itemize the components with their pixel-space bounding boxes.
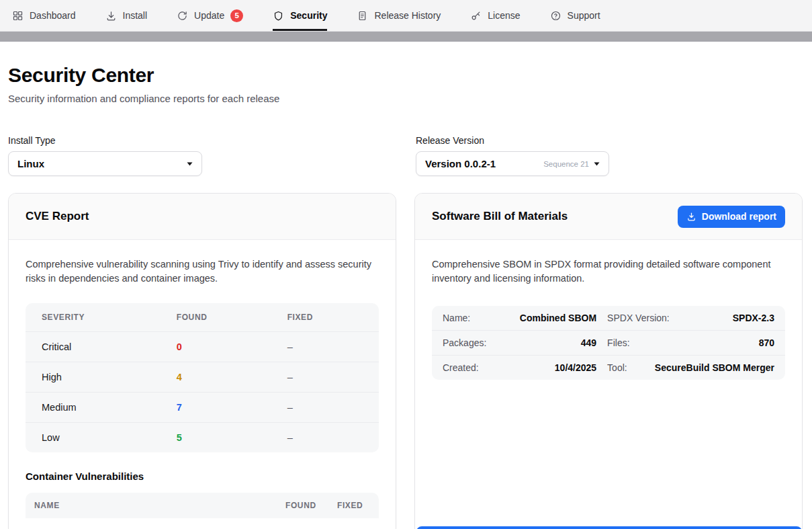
sbom-card: Software Bill of Materials Download repo… bbox=[414, 193, 803, 529]
chevron-down-icon bbox=[187, 162, 193, 166]
info-value: 449 bbox=[581, 337, 596, 348]
severity-label: Medium bbox=[42, 402, 177, 413]
severity-label: Critical bbox=[42, 341, 177, 352]
info-label: SPDX Version: bbox=[607, 313, 670, 323]
nav-label: Install bbox=[123, 10, 148, 21]
page-title: Security Center bbox=[8, 64, 803, 87]
install-type-value: Linux bbox=[17, 158, 44, 169]
fixed-count: – bbox=[287, 341, 363, 352]
info-label: Files: bbox=[607, 337, 629, 348]
info-label: Tool: bbox=[607, 362, 627, 373]
table-row: Created: 10/4/2025 Tool: SecureBuild SBO… bbox=[432, 355, 785, 380]
table-row-low: Low 5 – bbox=[26, 422, 379, 452]
column-header-found: FOUND bbox=[177, 313, 287, 322]
info-label: Name: bbox=[443, 313, 470, 323]
fixed-count: – bbox=[287, 372, 363, 382]
table-row-medium: Medium 7 – bbox=[26, 392, 379, 422]
document-icon bbox=[357, 10, 368, 22]
help-circle-icon bbox=[550, 10, 561, 22]
page-subtitle: Security information and compliance repo… bbox=[8, 93, 803, 104]
download-icon bbox=[105, 10, 117, 22]
info-value: 870 bbox=[759, 337, 774, 348]
table-row: Name: Combined SBOM SPDX Version: SPDX-2… bbox=[432, 306, 785, 330]
filters-row: Install Type Linux Release Version Versi… bbox=[8, 135, 803, 176]
nav-item-update[interactable]: Update 5 bbox=[177, 0, 243, 31]
column-header-severity: SEVERITY bbox=[42, 313, 177, 322]
release-version-label: Release Version bbox=[416, 135, 803, 146]
sequence-badge: Sequence 21 bbox=[543, 160, 589, 168]
download-report-button[interactable]: Download report bbox=[678, 206, 785, 228]
found-count: 5 bbox=[177, 432, 287, 443]
grid-icon bbox=[12, 10, 24, 22]
nav-item-dashboard[interactable]: Dashboard bbox=[12, 0, 76, 31]
shield-icon bbox=[273, 10, 284, 22]
release-version-select[interactable]: Version 0.0.2-1 Sequence 21 bbox=[416, 151, 609, 176]
cve-report-title: CVE Report bbox=[26, 210, 89, 223]
nav-label: Release History bbox=[374, 10, 441, 21]
download-report-label: Download report bbox=[702, 211, 776, 222]
security-center-page: Security Center Security information and… bbox=[0, 64, 812, 529]
severity-label: High bbox=[42, 372, 177, 382]
nav-item-security[interactable]: Security bbox=[273, 0, 327, 31]
container-vulnerabilities-table: NAME FOUND FIXED bbox=[26, 493, 379, 518]
sbom-description: Comprehensive SBOM in SPDX format provid… bbox=[432, 257, 785, 286]
update-count-badge: 5 bbox=[230, 9, 243, 22]
download-icon bbox=[686, 212, 696, 222]
nav-label: Update bbox=[194, 10, 224, 21]
column-header-name: NAME bbox=[34, 501, 285, 510]
nav-item-support[interactable]: Support bbox=[550, 0, 600, 31]
severity-label: Low bbox=[42, 432, 177, 443]
found-count: 0 bbox=[177, 341, 287, 352]
nav-label: Support bbox=[568, 10, 600, 21]
container-vulnerabilities-title: Container Vulnerabilities bbox=[26, 471, 379, 482]
column-header-found: FOUND bbox=[285, 501, 337, 510]
info-value: Combined SBOM bbox=[520, 313, 596, 323]
table-row: Packages: 449 Files: 870 bbox=[432, 330, 785, 355]
column-header-fixed: FIXED bbox=[337, 501, 372, 510]
fixed-count: – bbox=[287, 432, 363, 443]
info-value: SPDX-2.3 bbox=[733, 313, 774, 323]
found-count: 4 bbox=[177, 372, 287, 382]
nav-label: License bbox=[488, 10, 520, 21]
found-count: 7 bbox=[177, 402, 287, 413]
table-row-high: High 4 – bbox=[26, 362, 379, 392]
container-table-header: NAME FOUND FIXED bbox=[26, 493, 379, 518]
nav-label: Dashboard bbox=[30, 10, 76, 21]
info-label: Packages: bbox=[443, 337, 486, 348]
sbom-info-table: Name: Combined SBOM SPDX Version: SPDX-2… bbox=[432, 306, 785, 380]
severity-table: SEVERITY FOUND FIXED Critical 0 – High 4… bbox=[26, 303, 379, 452]
install-type-select[interactable]: Linux bbox=[8, 151, 202, 176]
key-icon bbox=[470, 10, 482, 22]
table-row-critical: Critical 0 – bbox=[26, 331, 379, 362]
nav-item-license[interactable]: License bbox=[470, 0, 520, 31]
column-header-fixed: FIXED bbox=[287, 313, 363, 322]
cve-report-card: CVE Report Comprehensive vulnerability s… bbox=[8, 193, 396, 529]
info-label: Created: bbox=[443, 362, 479, 373]
top-nav: Dashboard Install Update 5 Security Rele… bbox=[0, 0, 812, 32]
refresh-icon bbox=[177, 10, 188, 22]
cutoff-blue-element bbox=[416, 526, 802, 529]
nav-item-install[interactable]: Install bbox=[105, 0, 148, 31]
nav-label: Security bbox=[290, 10, 327, 21]
fixed-count: – bbox=[287, 402, 363, 413]
sbom-title: Software Bill of Materials bbox=[432, 210, 568, 223]
divider-strip bbox=[0, 32, 812, 42]
chevron-down-icon bbox=[594, 162, 600, 166]
info-value: SecureBuild SBOM Merger bbox=[655, 362, 774, 373]
release-version-value: Version 0.0.2-1 bbox=[425, 158, 496, 169]
severity-table-header: SEVERITY FOUND FIXED bbox=[26, 303, 379, 331]
cve-report-description: Comprehensive vulnerability scanning usi… bbox=[26, 257, 379, 286]
nav-item-release-history[interactable]: Release History bbox=[357, 0, 441, 31]
install-type-label: Install Type bbox=[8, 135, 398, 146]
info-value: 10/4/2025 bbox=[555, 362, 596, 373]
